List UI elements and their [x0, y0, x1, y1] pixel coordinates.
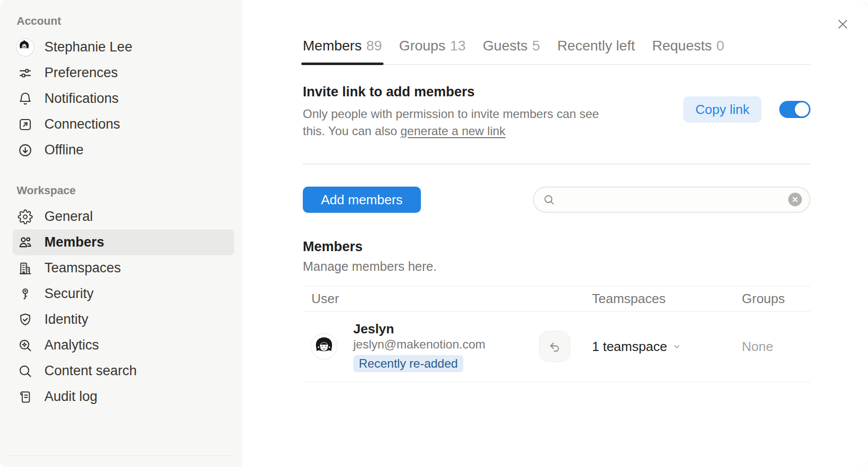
- members-section-subtitle: Manage members here.: [303, 258, 810, 274]
- toggle-knob: [795, 102, 809, 116]
- invite-link-section: Invite link to add members Only people w…: [303, 83, 810, 140]
- search-sparkle-icon: [17, 337, 34, 354]
- tab-label: Requests: [652, 37, 712, 54]
- undo-icon: [548, 339, 562, 354]
- sidebar-item-general[interactable]: General: [17, 204, 234, 229]
- download-circle-icon: [17, 142, 34, 159]
- sidebar-item-teamspaces[interactable]: Teamspaces: [17, 255, 234, 281]
- external-link-icon: [17, 116, 34, 133]
- sidebar-item-preferences[interactable]: Preferences: [17, 60, 234, 86]
- undo-button[interactable]: [539, 331, 570, 362]
- undo-cell: [530, 331, 584, 362]
- bell-icon: [17, 90, 34, 107]
- sidebar-item-content-search[interactable]: Content search: [17, 358, 234, 384]
- sidebar-item-identity[interactable]: Identity: [17, 307, 234, 332]
- settings-dialog: Account Stephanie Lee Preferences: [0, 0, 868, 467]
- workspace-nav-list: General Members Teamspaces Security: [17, 204, 234, 410]
- members-section-title: Members: [303, 238, 810, 255]
- member-search-box[interactable]: [533, 187, 810, 213]
- sidebar-item-label: Notifications: [44, 91, 119, 106]
- tab-label: Groups: [399, 37, 446, 54]
- sidebar-item-label: Audit log: [44, 389, 97, 404]
- close-button[interactable]: [833, 15, 853, 35]
- sidebar-item-members[interactable]: Members: [13, 229, 234, 255]
- sliders-icon: [17, 65, 34, 82]
- user-avatar: [17, 39, 34, 56]
- account-nav-list: Stephanie Lee Preferences Notifications …: [17, 34, 234, 163]
- column-header-teamspaces: Teamspaces: [584, 291, 734, 307]
- clear-x-icon: [792, 196, 798, 203]
- scroll-icon: [17, 388, 34, 405]
- invite-link-text: Invite link to add members Only people w…: [303, 83, 612, 140]
- people-icon: [17, 234, 34, 251]
- tab-members[interactable]: Members 89: [303, 37, 382, 64]
- sidebar-item-audit-log[interactable]: Audit log: [17, 384, 234, 410]
- invite-link-toggle[interactable]: [779, 101, 810, 118]
- divider: [303, 163, 810, 164]
- key-icon: [17, 285, 34, 303]
- invite-link-description: Only people with permission to invite me…: [303, 105, 612, 140]
- sidebar-item-label: Analytics: [44, 337, 99, 353]
- sidebar-item-label: Offline: [44, 142, 84, 158]
- sidebar-item-connections[interactable]: Connections: [17, 111, 234, 137]
- teamspaces-value: 1 teamspace: [592, 339, 667, 355]
- sidebar-item-label: Teamspaces: [44, 260, 121, 276]
- tab-count: 13: [450, 37, 466, 54]
- tab-count: 0: [717, 37, 725, 54]
- teamspaces-dropdown[interactable]: 1 teamspace: [584, 339, 734, 355]
- add-members-button[interactable]: Add members: [303, 187, 421, 213]
- member-name: Jeslyn: [353, 321, 485, 336]
- sidebar-item-label: Security: [44, 286, 94, 302]
- user-cell: Jeslyn jeslyn@makenotion.com Recently re…: [303, 321, 530, 372]
- sidebar-item-notifications[interactable]: Notifications: [17, 86, 234, 111]
- sidebar-item-label: Identity: [44, 312, 88, 327]
- tab-guests[interactable]: Guests 5: [483, 37, 540, 64]
- tab-groups[interactable]: Groups 13: [399, 37, 466, 64]
- tab-recently-left[interactable]: Recently left: [557, 37, 635, 64]
- column-header-user: User: [303, 291, 584, 307]
- sidebar-item-offline[interactable]: Offline: [17, 137, 234, 163]
- table-row: Jeslyn jeslyn@makenotion.com Recently re…: [303, 312, 810, 382]
- tab-label: Guests: [483, 37, 528, 54]
- account-section-header: Account: [17, 15, 234, 27]
- sidebar-bottom-divider: [8, 455, 232, 456]
- status-badge: Recently re-added: [353, 355, 463, 372]
- sidebar-item-profile[interactable]: Stephanie Lee: [17, 34, 234, 60]
- search-icon: [17, 363, 34, 380]
- tab-label: Recently left: [557, 37, 635, 54]
- building-icon: [17, 260, 34, 277]
- sidebar-item-label: Members: [44, 235, 104, 250]
- members-table-header: User Teamspaces Groups: [303, 286, 810, 312]
- sidebar-item-security[interactable]: Security: [17, 281, 234, 307]
- column-header-groups: Groups: [734, 291, 810, 307]
- shield-check-icon: [17, 311, 34, 328]
- close-icon: [836, 18, 849, 33]
- gear-icon: [17, 208, 34, 225]
- groups-dropdown[interactable]: None: [734, 339, 810, 355]
- settings-sidebar: Account Stephanie Lee Preferences: [0, 0, 242, 467]
- sidebar-item-label: Stephanie Lee: [44, 39, 132, 55]
- sidebar-item-label: Content search: [44, 363, 137, 379]
- sidebar-item-analytics[interactable]: Analytics: [17, 332, 234, 358]
- members-settings-panel: Members 89 Groups 13 Guests 5 Recently l…: [242, 0, 868, 467]
- search-icon: [543, 194, 555, 206]
- members-tab-bar: Members 89 Groups 13 Guests 5 Recently l…: [303, 37, 810, 65]
- chevron-down-icon: [672, 342, 681, 351]
- member-actions-row: Add members: [303, 187, 810, 213]
- member-email: jeslyn@makenotion.com: [353, 337, 485, 352]
- invite-link-title: Invite link to add members: [303, 83, 612, 100]
- sidebar-item-label: Connections: [44, 116, 120, 132]
- tab-count: 5: [532, 37, 540, 54]
- member-info: Jeslyn jeslyn@makenotion.com Recently re…: [353, 321, 485, 372]
- generate-new-link[interactable]: generate a new link: [400, 124, 505, 138]
- clear-search-button[interactable]: [788, 193, 802, 206]
- tab-requests[interactable]: Requests 0: [652, 37, 724, 64]
- invite-link-controls: Copy link: [683, 96, 810, 123]
- workspace-section-header: Workspace: [17, 185, 234, 197]
- sidebar-item-label: General: [44, 209, 93, 224]
- tab-count: 89: [366, 37, 382, 54]
- copy-link-button[interactable]: Copy link: [683, 96, 762, 123]
- member-avatar: [311, 334, 337, 359]
- tab-label: Members: [303, 37, 362, 54]
- member-search-input[interactable]: [561, 188, 782, 212]
